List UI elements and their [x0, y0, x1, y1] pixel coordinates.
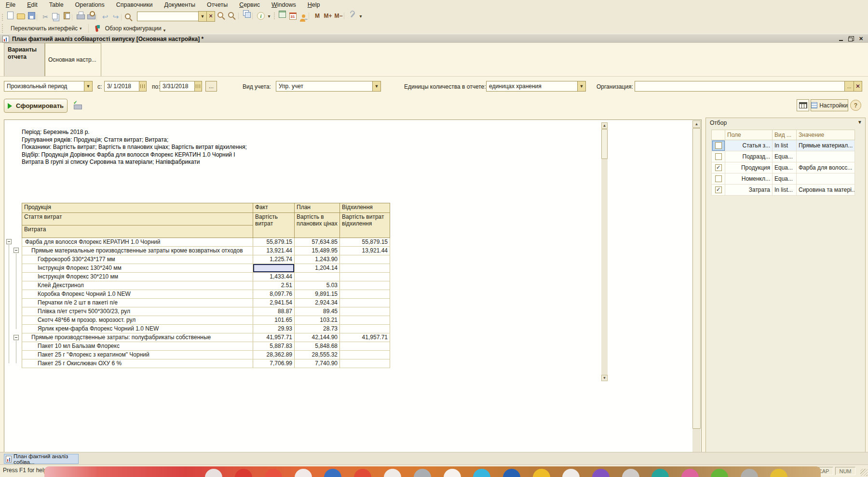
dock-app-icon[interactable] [681, 469, 699, 477]
dock[interactable] [44, 466, 821, 477]
report-cell-label[interactable]: Плівка п/ет стретч 500*300/23, рул [22, 307, 253, 316]
find-icon[interactable] [124, 12, 135, 23]
report-cell-label[interactable]: Перчатки п/е 2 шт в пакеті п/е [22, 299, 253, 307]
report-spreadsheet[interactable]: Період: Березень 2018 р.Групування рядкі… [4, 119, 702, 477]
generate-report-button[interactable]: Сформировать [4, 99, 68, 113]
date-from-field[interactable]: 3/ 1/2018 [104, 81, 147, 92]
report-cell[interactable]: 88.87 [253, 307, 295, 316]
report-cell[interactable]: 103.21 [295, 316, 340, 325]
dock-app-icon[interactable] [592, 469, 610, 477]
selection-field[interactable]: Затрата [725, 185, 773, 196]
report-cell[interactable]: 55,879.15 [253, 238, 295, 247]
accounting-type-select[interactable]: Упр. учет▼ [276, 81, 381, 92]
organization-more-icon[interactable]: ... [844, 81, 854, 91]
selection-field[interactable]: Номенкл... [725, 173, 773, 185]
restore-icon[interactable] [847, 35, 855, 42]
field-column-header[interactable]: Поле [725, 130, 773, 140]
report-cell[interactable]: 28,555.32 [295, 351, 340, 359]
selection-kind[interactable]: Equa... [773, 173, 797, 185]
report-cell[interactable]: 28.73 [295, 325, 340, 333]
menu-operations[interactable]: Operations [69, 0, 110, 9]
report-cell[interactable]: 57,634.85 [295, 238, 340, 247]
units-dropdown-icon[interactable]: ▼ [577, 81, 585, 91]
report-cell[interactable] [340, 255, 390, 264]
collapse-group-icon[interactable] [6, 239, 12, 244]
new-icon[interactable] [5, 10, 15, 21]
search-dropdown-icon[interactable]: ▼ [198, 11, 207, 22]
report-cell[interactable]: 9,891.15 [295, 290, 340, 299]
find-prev-icon[interactable] [228, 11, 238, 21]
dock-app-icon[interactable] [205, 469, 222, 477]
resize-grip[interactable] [860, 469, 868, 476]
checkbox-unchecked-icon[interactable] [715, 175, 722, 182]
dock-app-icon[interactable] [324, 469, 341, 477]
user-lock-icon[interactable] [298, 13, 309, 24]
collapse-group-icon[interactable] [14, 335, 19, 340]
paste-icon[interactable] [61, 10, 72, 21]
calculator-icon[interactable] [277, 9, 287, 20]
selection-value[interactable]: Фарба для волосс... [797, 162, 855, 173]
report-cell[interactable]: 7,706.99 [253, 359, 295, 368]
scroll-down-icon[interactable]: ▼ [601, 375, 608, 381]
period-type-select[interactable]: Произвольный период▼ [4, 81, 93, 92]
dock-app-icon[interactable] [473, 469, 490, 477]
report-cell[interactable]: 5,887.83 [253, 342, 295, 351]
report-cell[interactable]: 101.65 [253, 316, 295, 325]
calendar-icon[interactable] [139, 81, 146, 91]
calendar-icon[interactable] [287, 11, 298, 22]
dock-app-icon[interactable] [711, 469, 728, 477]
report-cell[interactable]: 13,921.44 [253, 247, 295, 255]
checkbox-unchecked-icon[interactable] [715, 142, 722, 149]
copy-window-icon[interactable] [242, 9, 252, 19]
column-header-plan-sub[interactable]: Вартість в планових цінах [295, 213, 340, 238]
report-cell[interactable] [340, 273, 390, 281]
collapse-group-icon[interactable] [14, 248, 19, 253]
report-cell-selected[interactable] [253, 264, 295, 273]
selection-value[interactable]: Прямые материал... [797, 140, 855, 151]
report-cell[interactable]: 2,924.34 [295, 299, 340, 307]
report-cell[interactable]: 1,225.74 [253, 255, 295, 264]
dock-app-icon[interactable] [265, 469, 282, 477]
report-cell[interactable] [340, 325, 390, 333]
menu-документы[interactable]: Документы [158, 0, 201, 9]
report-cell[interactable] [340, 359, 390, 368]
checkbox-checked-icon[interactable]: ✓ [715, 186, 722, 193]
report-cell[interactable]: 42,144.90 [295, 333, 340, 342]
report-cell[interactable] [340, 351, 390, 359]
column-header-deviation-sub[interactable]: Вартість витрат відхилення [340, 213, 390, 238]
save-icon[interactable] [26, 10, 37, 21]
report-cell[interactable]: 28,362.89 [253, 351, 295, 359]
report-cell-label[interactable]: Гофрокороб 330*243*177 мм [22, 255, 253, 264]
menu-table[interactable]: Table [43, 0, 69, 9]
report-cell[interactable] [340, 290, 390, 299]
report-cell[interactable]: 2,941.54 [253, 299, 295, 307]
wrench-icon[interactable] [347, 9, 358, 20]
period-more-button[interactable]: ... [205, 81, 217, 92]
report-cell[interactable] [295, 273, 340, 281]
selection-value[interactable] [797, 151, 855, 162]
copy-icon[interactable] [51, 12, 61, 22]
report-cell-label[interactable]: Інструкція Флорекс 130*240 мм [22, 264, 253, 273]
cut-icon[interactable] [40, 12, 51, 22]
report-cell[interactable] [340, 281, 390, 290]
column-header-plan[interactable]: План [295, 203, 340, 213]
dock-app-icon[interactable] [235, 469, 252, 477]
report-cell[interactable]: 1,204.14 [295, 264, 340, 273]
scroll-up-icon[interactable]: ▲ [601, 122, 608, 129]
units-select[interactable]: единицах хранения▼ [486, 81, 586, 92]
open-icon[interactable] [15, 11, 26, 22]
dock-app-icon[interactable] [533, 469, 550, 477]
dock-app-icon[interactable] [741, 469, 758, 477]
column-header-cost-article[interactable]: Стаття витрат [22, 213, 253, 225]
inner-vertical-scrollbar[interactable]: ▲ ▼ [601, 122, 608, 381]
caret-icon[interactable] [358, 10, 364, 20]
report-cell[interactable]: 29.93 [253, 325, 295, 333]
report-cell[interactable]: 7,740.90 [295, 359, 340, 368]
dock-app-icon[interactable] [651, 469, 669, 477]
switch-interface-button[interactable]: Переключить интерфейс▾ [8, 24, 85, 33]
dock-app-icon[interactable] [503, 469, 520, 477]
scrollbar-thumb[interactable] [692, 128, 701, 429]
scrollbar-thumb[interactable] [601, 129, 608, 159]
report-cell[interactable]: 89.45 [295, 307, 340, 316]
form-vertical-scrollbar[interactable]: ▲ ▼ [692, 120, 701, 477]
